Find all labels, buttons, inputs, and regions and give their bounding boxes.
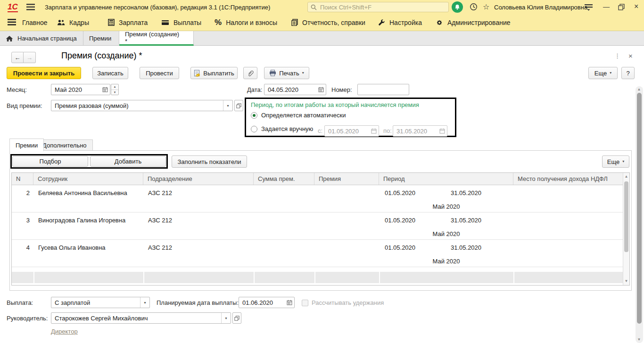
chevron-down-icon[interactable]: ▾ — [140, 297, 149, 308]
period-to-cell: 31.05.2020 — [451, 217, 481, 224]
nav-forward-button[interactable]: → — [24, 52, 36, 63]
window-scrollbar[interactable]: ▲ ▼ — [636, 86, 643, 343]
period-month-cell: Май 2020 — [379, 203, 513, 210]
button-label: Выплатить — [203, 70, 234, 77]
global-search[interactable] — [307, 2, 449, 12]
date-field[interactable]: 04.05.2020 — [264, 84, 326, 95]
calendar-icon[interactable] — [438, 126, 447, 136]
pay-button[interactable]: Выплатить — [190, 67, 238, 79]
calendar-icon[interactable] — [316, 84, 326, 95]
bonus-table: N Сотрудник Подразделение Сумма прем. Пр… — [11, 172, 630, 286]
tab-premiya-sozdanie[interactable]: Премия (создание) * — [119, 31, 194, 46]
favorites-star-icon[interactable]: ☆ — [483, 2, 489, 11]
radio-label: Определяется автоматически — [261, 112, 346, 119]
main-menu-icon[interactable] — [26, 4, 35, 10]
minimize-button[interactable]: — — [603, 3, 610, 10]
table-row[interactable]: 2 Беляева Антонина Васильевна АЗС 212 01… — [12, 185, 623, 212]
tab-home[interactable]: Начальная страница — [0, 31, 83, 46]
title-bar: 1С Зарплата и управление персоналом (баз… — [0, 0, 644, 14]
fill-indicators-button[interactable]: Заполнить показатели — [172, 155, 247, 168]
scrollbar-thumb[interactable] — [637, 93, 642, 324]
chevron-down-icon: ▾ — [622, 160, 624, 163]
employee-cell: Беляева Антонина Васильевна — [38, 189, 127, 196]
radio-off-icon[interactable] — [251, 126, 257, 132]
calendar-icon[interactable] — [100, 84, 110, 95]
scroll-down-icon[interactable]: ▼ — [636, 336, 642, 343]
form-more-button[interactable]: Еще ▾ — [588, 67, 618, 79]
calendar-icon[interactable] — [285, 297, 294, 308]
section-nastroyka[interactable]: Настройка — [378, 14, 422, 31]
chevron-down-icon[interactable]: ▾ — [221, 313, 231, 323]
period-to-label: по: — [383, 127, 392, 134]
form-close-icon[interactable]: × — [628, 52, 633, 60]
section-nalogi[interactable]: % Налоги и взносы — [215, 14, 277, 31]
planned-date-field[interactable]: 01.06.2020 — [239, 297, 295, 308]
spin-down-icon[interactable]: ▾ — [111, 90, 118, 95]
home-icon — [6, 35, 13, 42]
gear-icon — [436, 19, 443, 26]
footer-cell — [12, 272, 33, 283]
scroll-down-icon[interactable]: ▼ — [623, 278, 629, 285]
tab-premii[interactable]: Премии — [83, 31, 119, 46]
month-stepper[interactable]: ▴ ▾ — [111, 84, 119, 95]
manager-field[interactable]: Старокожев Сергей Михайлович ▾ — [51, 312, 231, 324]
tab-dopolnitelno[interactable]: Дополнительно — [36, 139, 93, 151]
pick-button[interactable]: Подбор — [12, 156, 88, 167]
table-scrollbar[interactable]: ▲ ▼ — [623, 173, 629, 285]
table-row[interactable]: 4 Гусева Ольга Ивановна АЗС 212 01.05.20… — [12, 240, 623, 267]
radio-manual-option[interactable]: Задается вручную — [251, 125, 313, 132]
radio-auto-option[interactable]: Определяется автоматически — [251, 112, 346, 119]
post-button[interactable]: Провести — [140, 67, 179, 79]
close-window-button[interactable]: × — [634, 2, 638, 11]
print-button[interactable]: Печать ▾ — [264, 67, 309, 79]
open-window-icon — [234, 316, 239, 321]
payout-field[interactable]: С зарплатой ▾ — [51, 297, 150, 308]
scroll-up-icon[interactable]: ▲ — [623, 173, 629, 180]
department-cell: АЗС 212 — [148, 189, 172, 196]
period-from-field[interactable]: 01.05.2020 — [324, 125, 379, 137]
table-more-button[interactable]: Еще ▾ — [602, 155, 629, 168]
chevron-down-icon[interactable]: ▾ — [223, 100, 232, 111]
service-menu-icon[interactable] — [585, 4, 593, 11]
save-button[interactable]: Записать — [92, 67, 128, 79]
search-input[interactable] — [319, 3, 446, 11]
history-icon[interactable] — [470, 3, 478, 11]
month-field[interactable]: Май 2020 — [51, 84, 110, 95]
button-label: Печать — [279, 70, 299, 77]
section-label: Настройка — [389, 19, 422, 26]
tab-premii-page[interactable]: Премии — [9, 139, 44, 151]
section-administrirovanie[interactable]: Администрирование — [436, 14, 511, 31]
attachments-button[interactable] — [243, 67, 257, 79]
bonus-kind-field[interactable]: Премия разовая (суммой) ▾ — [51, 100, 233, 111]
post-and-close-button[interactable]: Провести и закрыть — [7, 67, 81, 79]
nav-back-button[interactable]: ← — [11, 52, 24, 63]
period-from-value: 01.05.2020 — [325, 128, 369, 135]
restore-button[interactable] — [618, 4, 625, 10]
section-glavnoe[interactable]: Главное — [22, 14, 48, 31]
period-to-field[interactable]: 31.05.2020 — [393, 125, 447, 137]
payout-label: Выплата: — [7, 299, 33, 306]
manager-position-link[interactable]: Директор — [51, 328, 78, 335]
section-kadry[interactable]: Кадры — [57, 14, 89, 31]
radio-on-icon[interactable] — [251, 112, 257, 119]
scroll-up-icon[interactable]: ▲ — [636, 86, 642, 93]
footer-cell — [514, 272, 623, 283]
open-window-icon — [236, 103, 241, 108]
scrollbar-thumb[interactable] — [624, 181, 628, 252]
open-bonus-kind-button[interactable] — [234, 100, 243, 111]
spin-up-icon[interactable]: ▴ — [111, 84, 118, 90]
table-row[interactable]: 3 Виноградова Галина Игоревна АЗС 212 01… — [12, 212, 623, 240]
calendar-icon[interactable] — [369, 126, 379, 136]
discussions-bell-icon[interactable] — [452, 1, 463, 13]
payout-value: С зарплатой — [51, 299, 140, 306]
section-otchetnost[interactable]: Отчетность, справки — [291, 14, 365, 31]
number-field[interactable] — [357, 84, 409, 95]
section-vyplaty[interactable]: Выплаты — [161, 14, 201, 31]
sections-menu-icon[interactable] — [8, 19, 16, 25]
help-button[interactable]: ? — [621, 67, 635, 79]
section-zarplata[interactable]: Зарплата — [108, 14, 148, 31]
button-label: Еще — [594, 70, 607, 77]
form-more-dots-icon[interactable]: ⋮ — [614, 52, 621, 59]
open-manager-button[interactable] — [232, 312, 241, 324]
add-button[interactable]: Добавить — [90, 156, 166, 167]
